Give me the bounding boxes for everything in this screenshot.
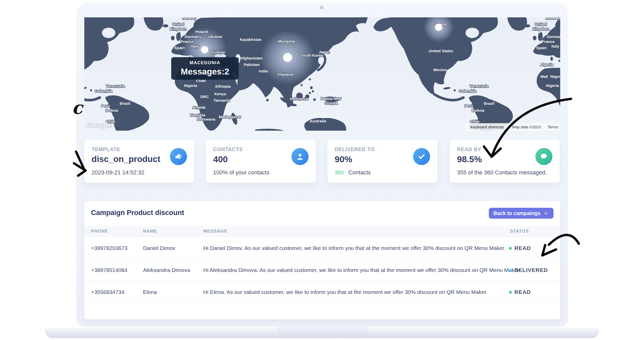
status-dot-icon (509, 291, 512, 294)
laptop-camera-dot (320, 6, 324, 9)
map-country-label: Indonesia (290, 97, 308, 101)
table-row[interactable]: +38978203673Daniel DimovHi Daniel Dimov.… (84, 237, 560, 259)
google-maps-logo[interactable]: Google (86, 121, 112, 129)
cell-name: Elena (143, 289, 157, 295)
map-country-label: Italy (191, 44, 199, 48)
stat-value: disc_on_product (92, 154, 160, 164)
map-country-label: Mali (540, 74, 548, 79)
map-country-label: Norway (546, 17, 560, 20)
map-country-label: Bolivia (105, 108, 118, 113)
map-country-label: Norway (182, 17, 197, 20)
stat-label: READ BY (457, 146, 481, 152)
map-country-label: Colombia (459, 89, 477, 93)
delivered-unit: Contacts (348, 169, 371, 176)
stat-label: CONTACTS (213, 146, 243, 152)
cell-message: Hi Aleksandra Dimova. As our valued cust… (203, 267, 520, 273)
status-badge: READ (509, 245, 531, 251)
table-row[interactable]: +3556834734ElenaHi Elena. As our valued … (84, 281, 560, 303)
map-country-label: Germany (184, 34, 201, 39)
chat-bubble-icon (535, 148, 552, 165)
map-country-label: Kazakhstan (240, 37, 261, 42)
map-country-label: Peru (464, 104, 473, 108)
world-map-canvas: NorwayUnitedKingdomPolandGermanyUkraineF… (84, 17, 560, 131)
map-country-label: Afghanistan (240, 56, 263, 60)
table-row[interactable]: +38978514084Aleksandra DimovaHi Aleksand… (84, 259, 560, 281)
stat-value: 90% (335, 154, 352, 164)
tooltip-messages: Messages:2 (181, 67, 229, 77)
status-dot-icon (509, 269, 512, 272)
campaign-panel: Campaign Product discount Back to campai… (84, 201, 560, 319)
map-country-label: Bolivia (471, 108, 484, 113)
map-country-label: Pakistan (244, 62, 260, 67)
map-country-label: Niger (550, 74, 560, 79)
cell-message: Hi Daniel Dimov. As our valued customer,… (203, 245, 506, 251)
terms-link[interactable]: Terms (548, 125, 558, 129)
map-country-label: France (542, 39, 555, 44)
map-country-label: Brazil (120, 101, 130, 106)
cell-phone: +3556834734 (91, 289, 124, 295)
stat-subtext: 355 of the 360 Contacts messaged. (457, 169, 547, 176)
map-tooltip: MACEDONIA Messages:2 (171, 57, 239, 80)
cell-phone: +38978514084 (91, 267, 128, 273)
map-country-label: Poland (195, 29, 208, 34)
tooltip-country: MACEDONIA (190, 60, 220, 65)
map-country-label: Nigeria (546, 83, 559, 88)
world-map[interactable]: NorwayUnitedKingdomPolandGermanyUkraineF… (84, 17, 560, 131)
back-button-label: Back to campaings (493, 210, 541, 216)
table-header-row: PHONE NAME MESSAGE STATUS (84, 226, 560, 237)
map-country-label: Colombia (95, 89, 113, 93)
stat-card-delivered: DELIVERED TO 90% 360Contacts (327, 140, 437, 183)
column-header-message: MESSAGE (203, 229, 227, 234)
map-country-label: UnitedKingdom (170, 22, 187, 31)
map-country-label: Nigeria (184, 83, 198, 88)
map-data-label: Map data ©2023 (512, 125, 541, 129)
cell-name: Aleksandra Dimova (143, 267, 190, 273)
column-header-phone: PHONE (91, 229, 108, 234)
stat-subtext: 2023-09-21 14:52:32 (92, 169, 144, 176)
cell-name: Daniel Dimov (143, 245, 175, 251)
map-country-label: Ethiopia (215, 84, 231, 88)
stat-card-read: READ BY 98.5% 355 of the 360 Contacts me… (450, 140, 560, 183)
map-country-label: Mexico (433, 68, 447, 72)
column-header-name: NAME (143, 229, 157, 234)
map-country-label: DRC (200, 94, 209, 99)
map-country-label: Spain (536, 46, 547, 50)
map-attribution: Keyboard shortcuts Map data ©2023 Terms (465, 123, 560, 131)
map-country-label: Algeria (540, 62, 554, 67)
stat-label: DELIVERED TO (335, 146, 375, 152)
delivered-count: 360 (335, 169, 344, 176)
status-badge: DELIVERED (509, 267, 548, 273)
map-country-label: Italy (551, 44, 559, 48)
cell-message: Hi Elena. As our valued customer, we lik… (203, 289, 488, 295)
keyboard-shortcuts-button[interactable]: Keyboard shortcuts (469, 124, 505, 130)
map-country-label: Tanzania (213, 98, 230, 102)
table-rows: +38978203673Daniel DimovHi Daniel Dimov.… (84, 237, 560, 303)
stat-label: TEMPLATE (92, 146, 120, 152)
back-to-campaigns-button[interactable]: Back to campaings (489, 208, 553, 219)
stat-card-contacts: CONTACTS 400 100% of your contacts (206, 140, 316, 183)
map-country-label: Peru (101, 104, 110, 108)
laptop-base-notch (277, 327, 368, 335)
stat-value: 98.5% (457, 154, 482, 164)
map-country-label: Namibia (190, 113, 205, 117)
map-country-label: Japan (319, 50, 330, 54)
map-country-label: Türkiye (211, 50, 225, 54)
map-country-label: Venezuela (470, 84, 489, 88)
stat-value: 400 (213, 154, 228, 164)
stat-subtext: 100% of your contacts (213, 169, 269, 176)
megaphone-icon (170, 148, 187, 165)
status-badge: READ (509, 289, 531, 295)
stat-subtext: 360Contacts (335, 169, 371, 176)
map-country-label: Australia (310, 119, 326, 123)
map-country-label: Madagascar (219, 115, 241, 119)
map-country-label: United States (429, 49, 453, 53)
check-icon (413, 148, 430, 165)
map-country-label: Mongolia (278, 39, 295, 43)
map-country-label: Kenya (214, 92, 226, 96)
user-icon (291, 148, 309, 165)
map-country-label: Ukraine (208, 34, 222, 39)
cell-phone: +38978203673 (91, 245, 128, 251)
stat-card-template: TEMPLATE disc_on_product 2023-09-21 14:5… (84, 140, 194, 183)
laptop-mockup-page: NorwayUnitedKingdomPolandGermanyUkraineF… (0, 0, 644, 340)
map-country-label: UnitedKingdom (533, 22, 549, 31)
